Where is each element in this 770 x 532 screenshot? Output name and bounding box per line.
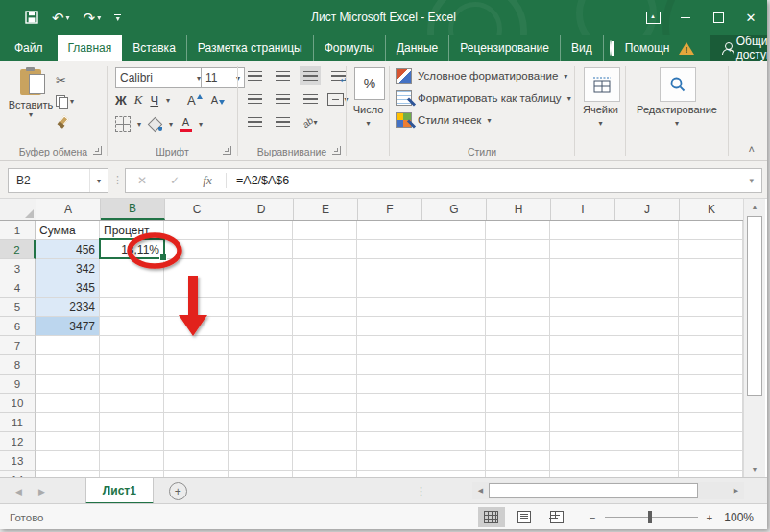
cell-G12[interactable]: [421, 432, 486, 451]
cell-A5[interactable]: 2334: [36, 298, 100, 317]
cell-G13[interactable]: [421, 451, 486, 471]
name-box-dropdown-icon[interactable]: ▾: [89, 169, 108, 192]
cell-J12[interactable]: [614, 432, 679, 451]
cell-K2[interactable]: [679, 240, 743, 259]
cell-D7[interactable]: [229, 336, 293, 355]
cell-A7[interactable]: [36, 336, 100, 355]
cell-B2[interactable]: 13,11%: [100, 240, 164, 259]
prev-sheet-icon[interactable]: ◀: [15, 487, 22, 496]
row-header-6[interactable]: 6: [0, 317, 36, 336]
cell-J11[interactable]: [614, 413, 679, 432]
align-middle-button[interactable]: [272, 66, 293, 85]
cell-F1[interactable]: [357, 221, 421, 240]
cell-D6[interactable]: [229, 317, 293, 336]
cell-F12[interactable]: [357, 432, 421, 451]
cell-B14[interactable]: [100, 471, 164, 477]
maximize-button[interactable]: [702, 0, 734, 35]
row-header-3[interactable]: 3: [0, 259, 36, 278]
cancel-entry-button[interactable]: ✕: [126, 174, 158, 187]
formula-input[interactable]: =A2/$A$6: [229, 174, 749, 187]
alignment-dialog-launcher-icon[interactable]: [332, 146, 341, 155]
cell-J2[interactable]: [614, 240, 679, 259]
cell-I12[interactable]: [550, 432, 614, 451]
undo-dropdown-icon[interactable]: ▾: [66, 13, 70, 22]
tab-file[interactable]: Файл: [0, 35, 58, 61]
zoom-in-button[interactable]: +: [707, 512, 713, 523]
cell-G10[interactable]: [421, 394, 486, 413]
cell-D11[interactable]: [229, 413, 293, 432]
cell-D3[interactable]: [229, 259, 293, 278]
editing-button[interactable]: [660, 67, 696, 102]
cell-F10[interactable]: [357, 394, 421, 413]
cell-C1[interactable]: [164, 221, 229, 240]
cell-A8[interactable]: [36, 355, 100, 375]
cell-D13[interactable]: [229, 451, 293, 471]
row-header-10[interactable]: 10: [0, 394, 36, 413]
cell-E11[interactable]: [293, 413, 357, 432]
view-page-layout-button[interactable]: [511, 507, 538, 527]
column-header-H[interactable]: H: [487, 199, 551, 220]
align-center-button[interactable]: [272, 89, 293, 109]
cell-C3[interactable]: [164, 259, 229, 278]
number-dropdown-icon[interactable]: ▾: [347, 119, 390, 128]
cell-G1[interactable]: [421, 221, 486, 240]
cell-K7[interactable]: [679, 336, 743, 355]
increase-font-button[interactable]: А: [187, 93, 196, 108]
cell-E10[interactable]: [293, 394, 357, 413]
cell-D10[interactable]: [229, 394, 293, 413]
redo-dropdown-icon[interactable]: ▾: [97, 13, 101, 22]
cell-F8[interactable]: [357, 355, 421, 375]
cell-E6[interactable]: [293, 317, 357, 336]
column-header-I[interactable]: I: [551, 199, 615, 220]
cell-I11[interactable]: [550, 413, 614, 432]
scroll-down-icon[interactable]: ▼: [744, 461, 765, 477]
ribbon-display-options-button[interactable]: ▴: [637, 0, 669, 35]
clipboard-dialog-launcher-icon[interactable]: [93, 146, 102, 155]
cell-F3[interactable]: [357, 259, 421, 278]
cell-A2[interactable]: 456: [36, 240, 100, 259]
cell-H10[interactable]: [486, 394, 550, 413]
cell-K10[interactable]: [679, 394, 743, 413]
cell-A12[interactable]: [36, 432, 100, 451]
cell-G8[interactable]: [421, 355, 486, 375]
row-header-4[interactable]: 4: [0, 278, 36, 298]
vertical-scrollbar-thumb[interactable]: [747, 216, 762, 396]
cell-K4[interactable]: [679, 278, 743, 298]
cell-G3[interactable]: [421, 259, 486, 278]
row-header-12[interactable]: 12: [0, 432, 36, 451]
insert-function-button[interactable]: fx: [191, 173, 224, 188]
cell-E3[interactable]: [293, 259, 357, 278]
cell-C12[interactable]: [164, 432, 229, 451]
cell-C2[interactable]: [164, 240, 229, 259]
cell-A1[interactable]: Сумма: [36, 221, 100, 240]
column-header-K[interactable]: K: [680, 199, 743, 220]
tab-6[interactable]: Рецензирование: [449, 35, 561, 61]
zoom-slider-thumb[interactable]: [648, 511, 652, 523]
scroll-right-icon[interactable]: ▶: [728, 487, 744, 495]
cell-F4[interactable]: [357, 278, 421, 298]
cell-I2[interactable]: [550, 240, 614, 259]
decrease-indent-button[interactable]: [244, 112, 265, 132]
cell-G9[interactable]: [421, 375, 486, 394]
zoom-level[interactable]: 100%: [724, 511, 767, 524]
cell-G6[interactable]: [421, 317, 486, 336]
cell-J14[interactable]: [614, 471, 679, 477]
editing-dropdown-icon[interactable]: ▾: [626, 119, 728, 128]
row-header-7[interactable]: 7: [0, 336, 36, 355]
cell-I3[interactable]: [550, 259, 614, 278]
align-top-button[interactable]: [244, 66, 265, 85]
fill-color-icon[interactable]: [148, 117, 162, 131]
paste-button[interactable]: Вставить ▾: [8, 67, 54, 140]
tell-me-box[interactable]: Помощн !: [604, 35, 701, 61]
scroll-up-icon[interactable]: ▲: [744, 199, 765, 215]
cell-B5[interactable]: [100, 298, 164, 317]
column-header-J[interactable]: J: [615, 199, 680, 220]
styles-button-3[interactable]: Стили ячеек▾: [396, 112, 491, 128]
cell-F9[interactable]: [357, 375, 421, 394]
italic-button[interactable]: К: [134, 92, 143, 108]
view-page-break-button[interactable]: [543, 507, 570, 527]
cell-E2[interactable]: [293, 240, 357, 259]
cell-J10[interactable]: [614, 394, 679, 413]
zoom-slider[interactable]: [605, 511, 698, 523]
cell-B13[interactable]: [100, 451, 164, 471]
